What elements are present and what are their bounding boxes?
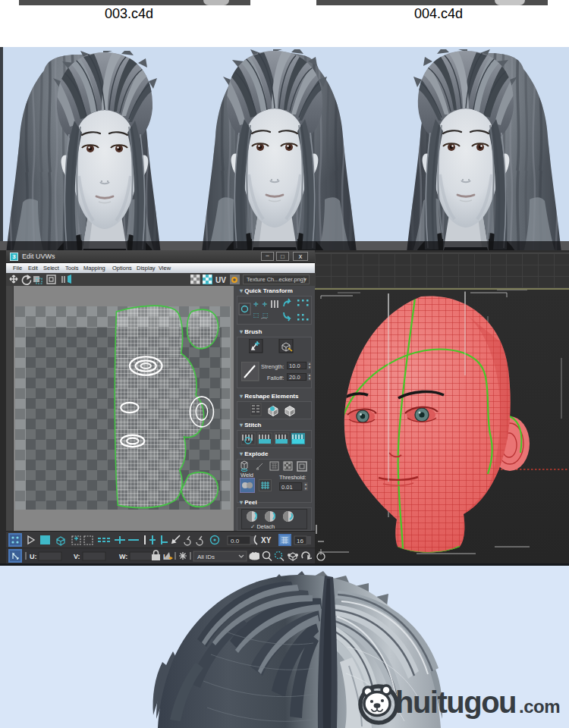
svg-text:0.0: 0.0 [231, 538, 240, 544]
svg-text:All IDs: All IDs [197, 554, 215, 560]
svg-text:16: 16 [297, 538, 303, 544]
svg-text:XY: XY [261, 536, 272, 544]
svg-text:U:: U: [30, 553, 37, 560]
svg-text:UV: UV [215, 276, 226, 284]
svg-text:✛ ✛: ✛ ✛ [253, 301, 268, 308]
svg-text:V:: V: [74, 553, 80, 560]
svg-text:.com: .com [519, 696, 560, 717]
svg-text:W:: W: [119, 553, 127, 560]
svg-text:huitugou: huitugou [395, 686, 516, 719]
svg-text:⬚ ⬚: ⬚ ⬚ [253, 312, 269, 318]
